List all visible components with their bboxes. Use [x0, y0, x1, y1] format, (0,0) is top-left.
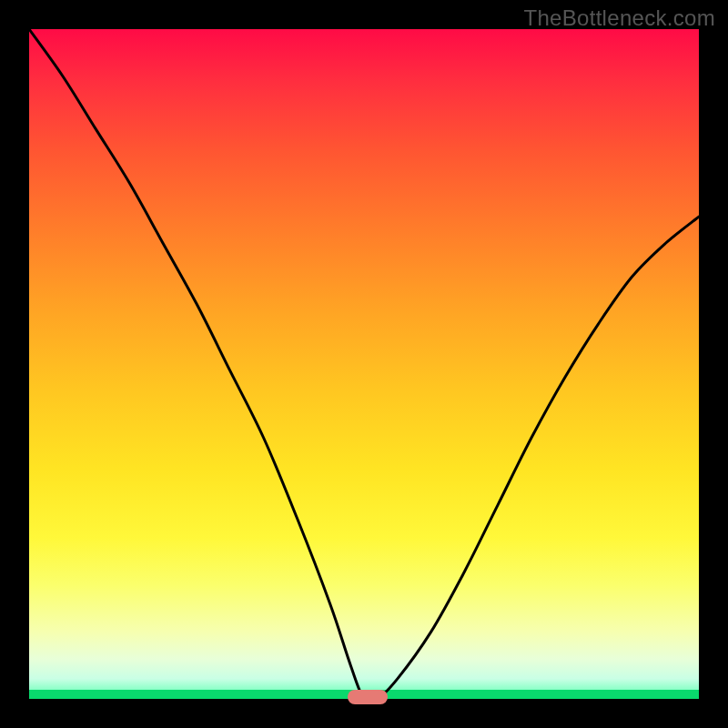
plot-area: [29, 29, 699, 699]
watermark-text: TheBottleneck.com: [523, 5, 715, 31]
bottleneck-curve: [29, 29, 699, 699]
optimum-marker: [348, 690, 388, 704]
chart-frame: TheBottleneck.com: [0, 0, 728, 728]
